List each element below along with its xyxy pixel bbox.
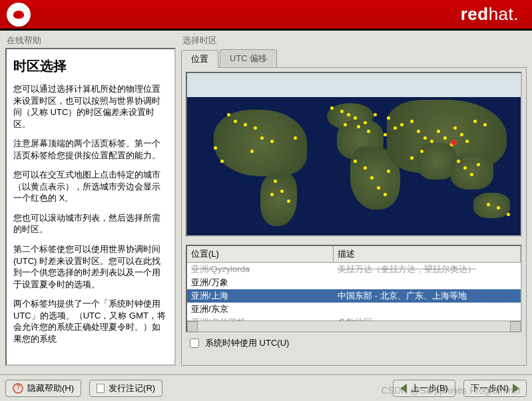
horizontal-scrollbar[interactable] <box>187 321 521 331</box>
release-notes-button[interactable]: 发行注记(R) <box>89 380 162 397</box>
table-row[interactable]: 亚洲/Qyzylorda 美玆万达（奎玆方达，望玆尔奥达） <box>187 263 521 276</box>
document-icon <box>97 384 105 393</box>
help-body: 时区选择 您可以通过选择计算机所处的物理位置来设置时区，也可以按照与世界协调时间… <box>5 48 176 366</box>
footer-bar: 隐藏帮助(H) 发行注记(R) 上一步(B) 下一步(N) <box>0 374 532 401</box>
help-text: 两个标签均提供了一个「系统时钟使用 UTC」的选项。（UTC，又称 GMT，将会… <box>13 298 168 344</box>
table-row[interactable]: 亚洲/东京 <box>187 303 521 316</box>
column-description[interactable]: 描述 <box>334 246 521 262</box>
help-panel: 在线帮助 时区选择 您可以通过选择计算机所处的物理位置来设置时区，也可以按照与世… <box>5 35 176 366</box>
tab-utc-offset[interactable]: UTC 偏移 <box>220 49 277 67</box>
utc-checkbox-row[interactable]: 系统时钟使用 UTC(U) <box>186 336 522 350</box>
header-bar: redhat. <box>0 0 532 31</box>
utc-checkbox-label: 系统时钟使用 UTC(U) <box>205 337 289 349</box>
brand-text: redhat. <box>461 4 525 25</box>
table-header: 位置(L) 描述 <box>187 246 521 263</box>
table-row[interactable]: 亚洲/万象 <box>187 276 521 289</box>
hide-help-button[interactable]: 隐藏帮助(H) <box>5 380 81 397</box>
column-location[interactable]: 位置(L) <box>187 246 334 262</box>
table-row[interactable]: 亚洲/乌兰巴托 多数地区 <box>187 316 521 321</box>
tab-location[interactable]: 位置 <box>181 50 218 68</box>
tab-bar: 位置 UTC 偏移 <box>181 49 527 68</box>
timezone-panel-label: 选择时区 <box>181 35 527 47</box>
content-area: 在线帮助 时区选择 您可以通过选择计算机所处的物理位置来设置时区，也可以按照与世… <box>0 31 532 370</box>
help-icon <box>13 383 23 394</box>
help-text: 您可以通过选择计算机所处的物理位置来设置时区，也可以按照与世界协调时间（又称 U… <box>13 83 168 130</box>
help-text: 注意屏幕顶端的两个活页标签。第一个活页标签给您提供按位置配置的能力。 <box>13 138 168 161</box>
arrow-left-icon <box>400 384 407 393</box>
help-text: 您可以在交互式地图上点击特定的城市（以黄点表示），所选城市旁边会显示一个红色的 … <box>13 169 168 204</box>
redhat-logo-icon <box>7 3 31 27</box>
timezone-panel: 选择时区 位置 UTC 偏移 <box>181 35 527 366</box>
arrow-right-icon <box>513 384 519 393</box>
selected-city-marker <box>451 140 456 145</box>
utc-checkbox[interactable] <box>190 338 199 348</box>
help-panel-label: 在线帮助 <box>5 35 176 47</box>
table-row[interactable]: 亚洲/上海 中国东部 - 北京、广东、上海等地 <box>187 289 521 303</box>
table-body[interactable]: 亚洲/Qyzylorda 美玆万达（奎玆方达，望玆尔奥达） 亚洲/万象 亚洲/上… <box>187 263 521 321</box>
help-title: 时区选择 <box>13 57 168 75</box>
back-button[interactable]: 上一步(B) <box>393 380 455 397</box>
help-text: 您也可以滚动城市列表，然后选择所需的时区。 <box>13 212 168 235</box>
world-map[interactable] <box>186 72 522 237</box>
tab-content: 位置(L) 描述 亚洲/Qyzylorda 美玆万达（奎玆方达，望玆尔奥达） 亚… <box>181 68 527 366</box>
next-button[interactable]: 下一步(N) <box>463 380 527 397</box>
timezone-table: 位置(L) 描述 亚洲/Qyzylorda 美玆万达（奎玆方达，望玆尔奥达） 亚… <box>186 245 522 333</box>
help-text: 第二个标签使您可以使用世界协调时间 (UTC) 时差来设置时区。您可以在此找到一… <box>13 243 168 290</box>
